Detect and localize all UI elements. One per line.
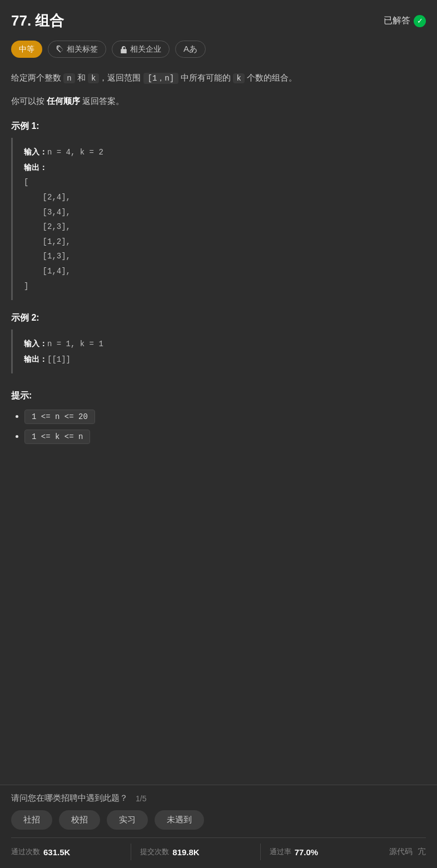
recruitment-buttons: 社招 校招 实习 未遇到	[11, 810, 426, 830]
related-tags-button[interactable]: 相关标签	[48, 41, 106, 58]
example1-input-label: 输入：	[24, 147, 47, 156]
pass-count-label: 通过次数	[11, 847, 40, 857]
recruitment-btn-not-encountered[interactable]: 未遇到	[155, 810, 204, 830]
close-link[interactable]: 宂	[418, 847, 426, 857]
recruitment-question-row: 请问您在哪类招聘中遇到此题？ 1/5	[11, 793, 426, 804]
n-code: n	[63, 73, 75, 83]
recruitment-page: 1/5	[136, 794, 146, 803]
example1-line5: [1,3],	[24, 249, 415, 264]
solved-icon: ✓	[414, 15, 426, 27]
pass-count-stat: 通过次数 631.5K	[11, 847, 131, 857]
recruitment-btn-shixi[interactable]: 实习	[107, 810, 148, 830]
example1-line6: [1,4],	[24, 264, 415, 279]
example2-title: 示例 2:	[11, 312, 426, 324]
example1-title: 示例 1:	[11, 121, 426, 132]
source-code-link[interactable]: 源代码	[389, 847, 413, 857]
example1-line4: [1,2],	[24, 235, 415, 250]
tag-icon	[56, 46, 64, 53]
any-order-text: 任何顺序	[47, 96, 80, 106]
related-companies-button[interactable]: 相关企业	[112, 41, 170, 58]
recruitment-bar: 请问您在哪类招聘中遇到此题？ 1/5 社招 校招 实习 未遇到 通过次数 631…	[0, 785, 437, 868]
range-code: [1，n]	[143, 73, 179, 84]
recruitment-question-text: 请问您在哪类招聘中遇到此题？	[11, 793, 128, 804]
example1-close: ]	[24, 279, 415, 294]
example1-output-label: 输出：	[24, 163, 47, 172]
example1-input-value: n = 4, k = 2	[47, 148, 103, 157]
stats-row: 通过次数 631.5K 提交次数 819.8K 通过率 77.0% 源代码 宂	[11, 837, 426, 860]
font-size-button[interactable]: Aあ	[175, 41, 206, 58]
problem-title: 77. 组合	[11, 11, 64, 31]
pass-rate-stat: 通过率 77.0%	[261, 847, 389, 857]
hint-item-2: 1 <= k <= n	[24, 430, 426, 444]
example2-input-value: n = 1, k = 1	[47, 340, 103, 348]
recruitment-btn-xiaojia[interactable]: 校招	[59, 810, 100, 830]
stats-right: 源代码 宂	[389, 847, 426, 857]
example2-block: 输入：n = 1, k = 1 输出：[[1]]	[11, 330, 426, 373]
example1-block: 输入：n = 4, k = 2 输出： [ [2,4], [3,4], [2,3…	[11, 138, 426, 300]
k-code2: k	[233, 73, 244, 83]
pass-rate-value: 77.0%	[295, 847, 319, 857]
hints-list: 1 <= n <= 20 1 <= k <= n	[11, 410, 426, 444]
example1-output-value: [	[24, 175, 415, 190]
hint-code-1: 1 <= n <= 20	[24, 410, 95, 424]
example2-input-label: 输入：	[24, 339, 47, 348]
lock-icon	[120, 46, 127, 53]
solved-badge: 已解答 ✓	[384, 15, 426, 27]
submit-count-label: 提交次数	[140, 847, 169, 857]
submit-count-stat: 提交次数 819.8K	[131, 847, 260, 857]
example1-line2: [3,4],	[24, 205, 415, 220]
recruitment-btn-shejia[interactable]: 社招	[11, 810, 52, 830]
pass-rate-label: 通过率	[270, 847, 291, 857]
svg-point-0	[58, 47, 59, 48]
submit-count-value: 819.8K	[172, 847, 199, 857]
difficulty-tag[interactable]: 中等	[11, 41, 42, 58]
pass-count-value: 631.5K	[43, 847, 70, 857]
problem-description: 给定两个整数 n 和 k，返回范围 [1，n] 中所有可能的 k 个数的组合。	[11, 70, 426, 86]
tags-row: 中等 相关标签 相关企业 Aあ	[11, 41, 426, 58]
k-code: k	[88, 73, 99, 83]
example2-output-label: 输出：	[24, 355, 47, 363]
hints-title: 提示:	[11, 390, 426, 402]
problem-desc-line2: 你可以按 任何顺序 返回答案。	[11, 93, 426, 108]
hint-code-2: 1 <= k <= n	[24, 430, 90, 444]
problem-header: 77. 组合 已解答 ✓	[11, 11, 426, 31]
example2-output-value: [[1]]	[47, 355, 71, 364]
example1-line3: [2,3],	[24, 220, 415, 235]
hint-item-1: 1 <= n <= 20	[24, 410, 426, 424]
example1-line1: [2,4],	[24, 190, 415, 205]
